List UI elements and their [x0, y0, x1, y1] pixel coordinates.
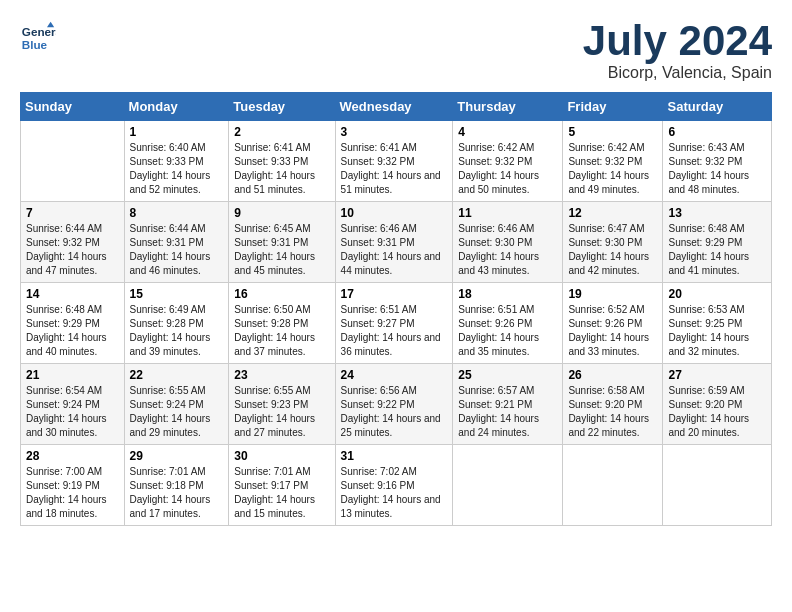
day-number: 16 — [234, 287, 329, 301]
calendar-cell: 15 Sunrise: 6:49 AMSunset: 9:28 PMDaylig… — [124, 283, 229, 364]
calendar-cell: 27 Sunrise: 6:59 AMSunset: 9:20 PMDaylig… — [663, 364, 772, 445]
cell-info: Sunrise: 6:49 AMSunset: 9:28 PMDaylight:… — [130, 303, 224, 359]
calendar-cell: 25 Sunrise: 6:57 AMSunset: 9:21 PMDaylig… — [453, 364, 563, 445]
calendar-cell — [21, 121, 125, 202]
day-number: 21 — [26, 368, 119, 382]
cell-info: Sunrise: 6:48 AMSunset: 9:29 PMDaylight:… — [26, 303, 119, 359]
week-row-1: 1 Sunrise: 6:40 AMSunset: 9:33 PMDayligh… — [21, 121, 772, 202]
calendar-cell: 24 Sunrise: 6:56 AMSunset: 9:22 PMDaylig… — [335, 364, 453, 445]
day-number: 8 — [130, 206, 224, 220]
calendar-cell — [663, 445, 772, 526]
day-number: 27 — [668, 368, 766, 382]
calendar-cell: 29 Sunrise: 7:01 AMSunset: 9:18 PMDaylig… — [124, 445, 229, 526]
weekday-header-friday: Friday — [563, 93, 663, 121]
day-number: 10 — [341, 206, 448, 220]
cell-info: Sunrise: 7:01 AMSunset: 9:17 PMDaylight:… — [234, 465, 329, 521]
calendar-cell — [453, 445, 563, 526]
day-number: 30 — [234, 449, 329, 463]
cell-info: Sunrise: 6:51 AMSunset: 9:26 PMDaylight:… — [458, 303, 557, 359]
cell-info: Sunrise: 6:53 AMSunset: 9:25 PMDaylight:… — [668, 303, 766, 359]
week-row-4: 21 Sunrise: 6:54 AMSunset: 9:24 PMDaylig… — [21, 364, 772, 445]
calendar-cell: 6 Sunrise: 6:43 AMSunset: 9:32 PMDayligh… — [663, 121, 772, 202]
cell-info: Sunrise: 6:41 AMSunset: 9:32 PMDaylight:… — [341, 141, 448, 197]
calendar-cell: 2 Sunrise: 6:41 AMSunset: 9:33 PMDayligh… — [229, 121, 335, 202]
cell-info: Sunrise: 6:46 AMSunset: 9:30 PMDaylight:… — [458, 222, 557, 278]
cell-info: Sunrise: 6:50 AMSunset: 9:28 PMDaylight:… — [234, 303, 329, 359]
weekday-header-thursday: Thursday — [453, 93, 563, 121]
calendar-body: 1 Sunrise: 6:40 AMSunset: 9:33 PMDayligh… — [21, 121, 772, 526]
calendar-cell: 30 Sunrise: 7:01 AMSunset: 9:17 PMDaylig… — [229, 445, 335, 526]
day-number: 7 — [26, 206, 119, 220]
calendar-cell: 11 Sunrise: 6:46 AMSunset: 9:30 PMDaylig… — [453, 202, 563, 283]
calendar-cell: 14 Sunrise: 6:48 AMSunset: 9:29 PMDaylig… — [21, 283, 125, 364]
day-number: 1 — [130, 125, 224, 139]
week-row-3: 14 Sunrise: 6:48 AMSunset: 9:29 PMDaylig… — [21, 283, 772, 364]
calendar-cell: 20 Sunrise: 6:53 AMSunset: 9:25 PMDaylig… — [663, 283, 772, 364]
cell-info: Sunrise: 6:55 AMSunset: 9:24 PMDaylight:… — [130, 384, 224, 440]
cell-info: Sunrise: 6:58 AMSunset: 9:20 PMDaylight:… — [568, 384, 657, 440]
cell-info: Sunrise: 6:57 AMSunset: 9:21 PMDaylight:… — [458, 384, 557, 440]
cell-info: Sunrise: 6:59 AMSunset: 9:20 PMDaylight:… — [668, 384, 766, 440]
cell-info: Sunrise: 7:02 AMSunset: 9:16 PMDaylight:… — [341, 465, 448, 521]
calendar-cell: 26 Sunrise: 6:58 AMSunset: 9:20 PMDaylig… — [563, 364, 663, 445]
calendar-cell: 9 Sunrise: 6:45 AMSunset: 9:31 PMDayligh… — [229, 202, 335, 283]
calendar-cell: 31 Sunrise: 7:02 AMSunset: 9:16 PMDaylig… — [335, 445, 453, 526]
svg-text:Blue: Blue — [22, 38, 48, 51]
calendar-cell: 10 Sunrise: 6:46 AMSunset: 9:31 PMDaylig… — [335, 202, 453, 283]
cell-info: Sunrise: 6:46 AMSunset: 9:31 PMDaylight:… — [341, 222, 448, 278]
day-number: 25 — [458, 368, 557, 382]
calendar-cell — [563, 445, 663, 526]
cell-info: Sunrise: 6:47 AMSunset: 9:30 PMDaylight:… — [568, 222, 657, 278]
weekday-header-sunday: Sunday — [21, 93, 125, 121]
calendar-cell: 17 Sunrise: 6:51 AMSunset: 9:27 PMDaylig… — [335, 283, 453, 364]
day-number: 14 — [26, 287, 119, 301]
cell-info: Sunrise: 6:41 AMSunset: 9:33 PMDaylight:… — [234, 141, 329, 197]
weekday-header-saturday: Saturday — [663, 93, 772, 121]
day-number: 28 — [26, 449, 119, 463]
calendar-cell: 18 Sunrise: 6:51 AMSunset: 9:26 PMDaylig… — [453, 283, 563, 364]
day-number: 18 — [458, 287, 557, 301]
weekday-header-tuesday: Tuesday — [229, 93, 335, 121]
weekday-header-wednesday: Wednesday — [335, 93, 453, 121]
day-number: 17 — [341, 287, 448, 301]
calendar-table: SundayMondayTuesdayWednesdayThursdayFrid… — [20, 92, 772, 526]
calendar-cell: 22 Sunrise: 6:55 AMSunset: 9:24 PMDaylig… — [124, 364, 229, 445]
day-number: 24 — [341, 368, 448, 382]
cell-info: Sunrise: 6:43 AMSunset: 9:32 PMDaylight:… — [668, 141, 766, 197]
calendar-cell: 23 Sunrise: 6:55 AMSunset: 9:23 PMDaylig… — [229, 364, 335, 445]
day-number: 5 — [568, 125, 657, 139]
title-block: July 2024 Bicorp, Valencia, Spain — [583, 20, 772, 82]
day-number: 4 — [458, 125, 557, 139]
cell-info: Sunrise: 7:01 AMSunset: 9:18 PMDaylight:… — [130, 465, 224, 521]
day-number: 2 — [234, 125, 329, 139]
calendar-cell: 5 Sunrise: 6:42 AMSunset: 9:32 PMDayligh… — [563, 121, 663, 202]
cell-info: Sunrise: 6:44 AMSunset: 9:31 PMDaylight:… — [130, 222, 224, 278]
day-number: 3 — [341, 125, 448, 139]
calendar-cell: 3 Sunrise: 6:41 AMSunset: 9:32 PMDayligh… — [335, 121, 453, 202]
week-row-5: 28 Sunrise: 7:00 AMSunset: 9:19 PMDaylig… — [21, 445, 772, 526]
calendar-cell: 12 Sunrise: 6:47 AMSunset: 9:30 PMDaylig… — [563, 202, 663, 283]
location-subtitle: Bicorp, Valencia, Spain — [583, 64, 772, 82]
calendar-cell: 28 Sunrise: 7:00 AMSunset: 9:19 PMDaylig… — [21, 445, 125, 526]
calendar-cell: 21 Sunrise: 6:54 AMSunset: 9:24 PMDaylig… — [21, 364, 125, 445]
cell-info: Sunrise: 6:42 AMSunset: 9:32 PMDaylight:… — [568, 141, 657, 197]
cell-info: Sunrise: 6:44 AMSunset: 9:32 PMDaylight:… — [26, 222, 119, 278]
calendar-cell: 4 Sunrise: 6:42 AMSunset: 9:32 PMDayligh… — [453, 121, 563, 202]
day-number: 29 — [130, 449, 224, 463]
day-number: 26 — [568, 368, 657, 382]
cell-info: Sunrise: 6:52 AMSunset: 9:26 PMDaylight:… — [568, 303, 657, 359]
cell-info: Sunrise: 6:55 AMSunset: 9:23 PMDaylight:… — [234, 384, 329, 440]
day-number: 22 — [130, 368, 224, 382]
cell-info: Sunrise: 6:56 AMSunset: 9:22 PMDaylight:… — [341, 384, 448, 440]
week-row-2: 7 Sunrise: 6:44 AMSunset: 9:32 PMDayligh… — [21, 202, 772, 283]
calendar-cell: 8 Sunrise: 6:44 AMSunset: 9:31 PMDayligh… — [124, 202, 229, 283]
calendar-cell: 13 Sunrise: 6:48 AMSunset: 9:29 PMDaylig… — [663, 202, 772, 283]
day-number: 6 — [668, 125, 766, 139]
page-header: General Blue July 2024 Bicorp, Valencia,… — [20, 20, 772, 82]
weekday-header-row: SundayMondayTuesdayWednesdayThursdayFrid… — [21, 93, 772, 121]
cell-info: Sunrise: 7:00 AMSunset: 9:19 PMDaylight:… — [26, 465, 119, 521]
logo-icon: General Blue — [20, 20, 56, 56]
weekday-header-monday: Monday — [124, 93, 229, 121]
day-number: 15 — [130, 287, 224, 301]
day-number: 12 — [568, 206, 657, 220]
